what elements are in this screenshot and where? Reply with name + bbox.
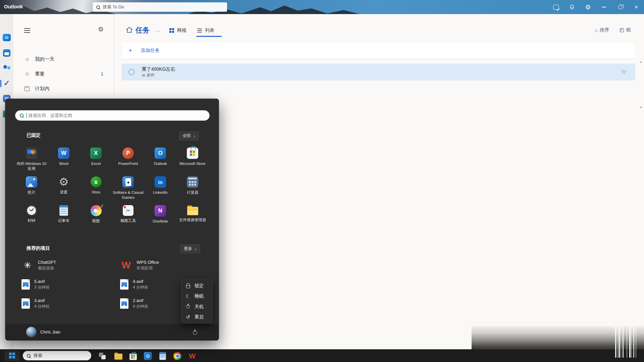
start-search-input[interactable]: 搜索应用、设置和文档 [15,110,210,121]
important-count-badge: 1 [101,71,103,76]
user-avatar[interactable] [26,327,37,337]
app-title: Outlook [4,4,23,9]
taskbar: 搜索 O W [0,349,644,362]
pinned-app-word[interactable]: W Word [48,146,80,175]
sort-button[interactable]: ↑↓ 排序 [594,27,609,33]
pinned-app-notepad[interactable]: 记事本 [48,203,80,232]
file-explorer-icon [187,207,198,215]
taskbar-file-explorer[interactable] [114,352,123,360]
sidebar-item-important[interactable]: ☆ 重要 1 [13,66,114,81]
pinned-app-onenote[interactable]: N OneNote [144,203,176,232]
scrollbar-up-arrow[interactable]: ▲ [640,60,642,63]
pinned-app-snipping-tool[interactable]: ✂ 截图工具 [112,203,144,232]
hamburger-menu-button[interactable] [24,28,30,29]
taskbar-notepad[interactable] [158,352,167,360]
people-icon [3,64,11,72]
power-option-shutdown[interactable]: 关机 [181,301,212,312]
recommended-section-header: 推荐的项目 [26,245,50,251]
restore-icon [619,5,622,9]
plus-icon: + [128,47,132,54]
taskbar-wps[interactable]: W [188,352,197,360]
sidebar-item-my-day[interactable]: ☼ 我的一天 [13,52,114,66]
maximize-button[interactable] [612,0,628,14]
todo-search-input[interactable]: 搜索 To Do [93,2,227,12]
gear-icon: ⚙ [585,3,591,11]
power-option-sleep[interactable]: ☾ 睡眠 [181,291,212,301]
pinned-app-calculator[interactable]: 计算器 [176,175,209,203]
tab-list[interactable]: 列表 [197,27,214,34]
task-star-button[interactable]: ☆ [621,68,627,75]
onenote-icon: N [155,205,166,217]
group-button[interactable]: 组 [620,27,631,33]
pinned-app-windows-apps[interactable]: 你的 Windows 10 应用 [15,146,48,175]
close-button[interactable]: × [629,0,644,14]
wps-office-icon: W [120,259,132,272]
linkedin-icon: in [155,176,166,188]
tab-grid[interactable]: 网格 [169,27,186,34]
sidebar-settings-button[interactable]: ⚙ [98,25,104,33]
pinned-app-outlook[interactable]: O Outlook [144,146,176,175]
pinned-app-photos[interactable]: 照片 [15,175,48,203]
microsoft-store-icon [129,354,137,360]
notifications-button[interactable] [568,3,576,11]
pinned-app-linkedin[interactable]: in LinkedIn [144,175,176,203]
folder-icon [114,354,122,360]
pinned-app-settings[interactable]: ⚙ 设置 [48,175,80,203]
settings-gear-icon: ⚙ [59,176,69,187]
chevron-right-icon: › [195,246,197,252]
pinned-app-solitaire[interactable]: ♠ Solitaire & Casual Games [112,175,144,203]
pinned-app-powerpoint[interactable]: P PowerPoint [112,146,144,175]
solitaire-icon: ♠ [122,176,134,188]
rail-people-button[interactable] [3,64,11,72]
power-button[interactable] [189,328,201,337]
recommended-item-chatgpt[interactable]: ✳ ChatGPT 最近添加 [21,256,120,275]
user-name: Chris Jian [40,329,60,335]
pinned-app-clock[interactable]: 时钟 [15,203,48,232]
word-icon: W [58,147,69,159]
wps-office-icon: W [189,352,196,360]
recommended-item-wps[interactable]: W WPS Office 常用应用 [120,256,219,275]
list-icon [197,28,202,29]
recommended-item-5avif[interactable]: 5.avif 3 分钟前 [21,275,120,294]
sidebar-item-planned[interactable]: 计划内 [13,81,114,96]
search-icon [96,5,100,9]
moon-icon: ☾ [185,293,191,299]
rail-calendar-button[interactable] [3,49,11,57]
taskbar-chrome[interactable] [173,352,182,360]
pinned-app-microsoft-store[interactable]: Microsoft Store [176,146,209,175]
list-options-button[interactable]: … [155,27,161,33]
power-icon [186,305,190,308]
my-day-note-button[interactable] [552,3,560,11]
active-tab-indicator [196,36,222,37]
lock-icon [186,285,190,288]
task-complete-checkbox[interactable] [128,69,135,75]
taskbar-search-input[interactable]: 搜索 [23,351,91,360]
recommended-more-button[interactable]: 更多 › [180,244,200,253]
recommended-item-3avif[interactable]: 3.avif 4 分钟前 [21,294,120,313]
taskbar-microsoft-store[interactable] [129,352,138,360]
start-button[interactable] [5,350,19,361]
rail-mail-button[interactable]: ✉ [3,34,11,42]
pinned-app-file-explorer[interactable]: 文件资源管理器 [176,203,209,232]
power-option-restart[interactable]: ↺ 重启 [181,312,212,322]
power-icon [193,330,197,335]
task-row[interactable]: 重了400KG左右 ✉ 邮件 ☆ [122,64,635,80]
microsoft-store-icon [187,147,198,159]
windows-apps-icon [26,147,37,159]
power-option-lock[interactable]: 锁定 [181,281,212,291]
minimize-button[interactable] [596,0,612,14]
scrollbar-down-arrow[interactable]: ▼ [640,106,642,109]
gear-icon: ⚙ [98,26,104,33]
pinned-app-xbox[interactable]: x Xbox [80,175,112,203]
rail-todo-button[interactable]: ✓ [3,79,11,87]
powerpoint-icon: P [122,147,134,159]
page-title: 任务 [136,25,150,35]
power-options-flyout: 锁定 ☾ 睡眠 关机 ↺ 重启 [181,279,213,323]
pinned-app-excel[interactable]: X Excel [80,146,112,175]
pinned-all-button[interactable]: 全部 › [179,131,199,140]
taskbar-outlook[interactable]: O [144,352,152,360]
add-task-button[interactable]: + 添加任务 [122,43,635,59]
pinned-app-paint[interactable]: 画图 [80,203,112,232]
task-view-button[interactable] [98,352,107,360]
settings-button[interactable]: ⚙ [584,3,592,11]
